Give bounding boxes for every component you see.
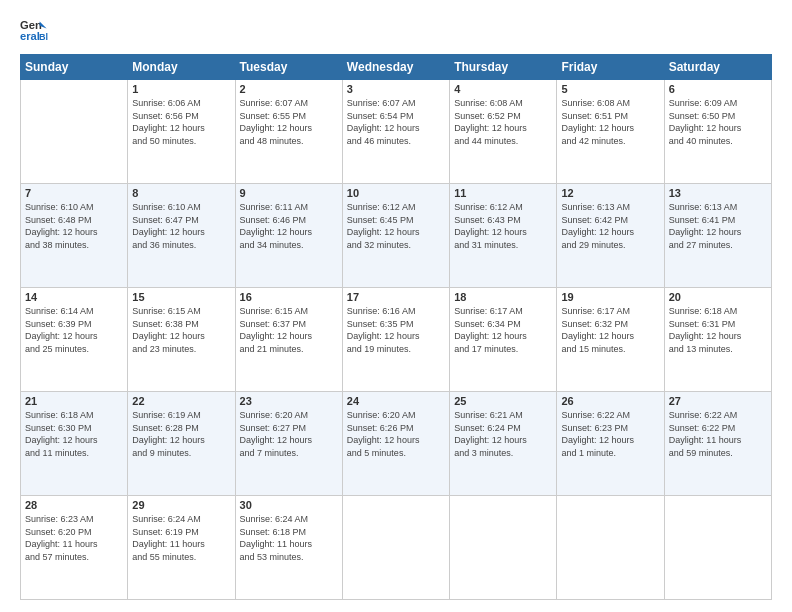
day-info: Sunrise: 6:17 AM Sunset: 6:32 PM Dayligh… [561,305,659,355]
calendar-cell: 6Sunrise: 6:09 AM Sunset: 6:50 PM Daylig… [664,80,771,184]
calendar-cell: 4Sunrise: 6:08 AM Sunset: 6:52 PM Daylig… [450,80,557,184]
day-info: Sunrise: 6:13 AM Sunset: 6:41 PM Dayligh… [669,201,767,251]
day-number: 13 [669,187,767,199]
calendar: SundayMondayTuesdayWednesdayThursdayFrid… [20,54,772,600]
day-number: 7 [25,187,123,199]
day-info: Sunrise: 6:10 AM Sunset: 6:48 PM Dayligh… [25,201,123,251]
day-info: Sunrise: 6:19 AM Sunset: 6:28 PM Dayligh… [132,409,230,459]
calendar-cell: 28Sunrise: 6:23 AM Sunset: 6:20 PM Dayli… [21,496,128,600]
day-info: Sunrise: 6:14 AM Sunset: 6:39 PM Dayligh… [25,305,123,355]
calendar-cell [342,496,449,600]
day-info: Sunrise: 6:24 AM Sunset: 6:18 PM Dayligh… [240,513,338,563]
calendar-cell: 14Sunrise: 6:14 AM Sunset: 6:39 PM Dayli… [21,288,128,392]
day-number: 10 [347,187,445,199]
calendar-cell: 27Sunrise: 6:22 AM Sunset: 6:22 PM Dayli… [664,392,771,496]
day-info: Sunrise: 6:09 AM Sunset: 6:50 PM Dayligh… [669,97,767,147]
day-info: Sunrise: 6:15 AM Sunset: 6:38 PM Dayligh… [132,305,230,355]
calendar-cell [21,80,128,184]
calendar-cell: 2Sunrise: 6:07 AM Sunset: 6:55 PM Daylig… [235,80,342,184]
calendar-cell: 11Sunrise: 6:12 AM Sunset: 6:43 PM Dayli… [450,184,557,288]
day-info: Sunrise: 6:20 AM Sunset: 6:27 PM Dayligh… [240,409,338,459]
calendar-cell: 26Sunrise: 6:22 AM Sunset: 6:23 PM Dayli… [557,392,664,496]
calendar-cell: 13Sunrise: 6:13 AM Sunset: 6:41 PM Dayli… [664,184,771,288]
day-number: 28 [25,499,123,511]
day-number: 22 [132,395,230,407]
day-info: Sunrise: 6:18 AM Sunset: 6:30 PM Dayligh… [25,409,123,459]
day-number: 25 [454,395,552,407]
calendar-cell: 24Sunrise: 6:20 AM Sunset: 6:26 PM Dayli… [342,392,449,496]
day-number: 30 [240,499,338,511]
weekday-header-saturday: Saturday [664,55,771,80]
day-number: 15 [132,291,230,303]
day-number: 20 [669,291,767,303]
calendar-cell: 10Sunrise: 6:12 AM Sunset: 6:45 PM Dayli… [342,184,449,288]
calendar-cell: 19Sunrise: 6:17 AM Sunset: 6:32 PM Dayli… [557,288,664,392]
calendar-cell: 12Sunrise: 6:13 AM Sunset: 6:42 PM Dayli… [557,184,664,288]
day-info: Sunrise: 6:15 AM Sunset: 6:37 PM Dayligh… [240,305,338,355]
svg-text:Gen: Gen [20,19,42,31]
calendar-week-5: 28Sunrise: 6:23 AM Sunset: 6:20 PM Dayli… [21,496,772,600]
calendar-cell: 16Sunrise: 6:15 AM Sunset: 6:37 PM Dayli… [235,288,342,392]
calendar-cell [664,496,771,600]
day-number: 21 [25,395,123,407]
day-number: 27 [669,395,767,407]
logo: Gen eral Blue [20,16,52,44]
day-info: Sunrise: 6:21 AM Sunset: 6:24 PM Dayligh… [454,409,552,459]
calendar-week-4: 21Sunrise: 6:18 AM Sunset: 6:30 PM Dayli… [21,392,772,496]
calendar-cell: 29Sunrise: 6:24 AM Sunset: 6:19 PM Dayli… [128,496,235,600]
day-info: Sunrise: 6:07 AM Sunset: 6:54 PM Dayligh… [347,97,445,147]
day-number: 11 [454,187,552,199]
day-info: Sunrise: 6:07 AM Sunset: 6:55 PM Dayligh… [240,97,338,147]
day-info: Sunrise: 6:22 AM Sunset: 6:22 PM Dayligh… [669,409,767,459]
weekday-header-thursday: Thursday [450,55,557,80]
day-info: Sunrise: 6:11 AM Sunset: 6:46 PM Dayligh… [240,201,338,251]
day-number: 9 [240,187,338,199]
day-number: 4 [454,83,552,95]
day-info: Sunrise: 6:20 AM Sunset: 6:26 PM Dayligh… [347,409,445,459]
day-info: Sunrise: 6:10 AM Sunset: 6:47 PM Dayligh… [132,201,230,251]
day-info: Sunrise: 6:24 AM Sunset: 6:19 PM Dayligh… [132,513,230,563]
day-info: Sunrise: 6:06 AM Sunset: 6:56 PM Dayligh… [132,97,230,147]
weekday-header-wednesday: Wednesday [342,55,449,80]
day-number: 14 [25,291,123,303]
day-info: Sunrise: 6:08 AM Sunset: 6:51 PM Dayligh… [561,97,659,147]
day-number: 5 [561,83,659,95]
day-number: 26 [561,395,659,407]
day-number: 2 [240,83,338,95]
day-number: 8 [132,187,230,199]
calendar-cell: 15Sunrise: 6:15 AM Sunset: 6:38 PM Dayli… [128,288,235,392]
day-info: Sunrise: 6:17 AM Sunset: 6:34 PM Dayligh… [454,305,552,355]
day-number: 12 [561,187,659,199]
day-info: Sunrise: 6:16 AM Sunset: 6:35 PM Dayligh… [347,305,445,355]
day-number: 6 [669,83,767,95]
calendar-cell: 21Sunrise: 6:18 AM Sunset: 6:30 PM Dayli… [21,392,128,496]
weekday-header-monday: Monday [128,55,235,80]
calendar-cell: 30Sunrise: 6:24 AM Sunset: 6:18 PM Dayli… [235,496,342,600]
header: Gen eral Blue [20,16,772,44]
day-number: 24 [347,395,445,407]
weekday-header-tuesday: Tuesday [235,55,342,80]
day-number: 29 [132,499,230,511]
calendar-cell [450,496,557,600]
calendar-cell [557,496,664,600]
day-number: 3 [347,83,445,95]
day-info: Sunrise: 6:23 AM Sunset: 6:20 PM Dayligh… [25,513,123,563]
day-info: Sunrise: 6:13 AM Sunset: 6:42 PM Dayligh… [561,201,659,251]
calendar-cell: 22Sunrise: 6:19 AM Sunset: 6:28 PM Dayli… [128,392,235,496]
calendar-week-2: 7Sunrise: 6:10 AM Sunset: 6:48 PM Daylig… [21,184,772,288]
weekday-header-friday: Friday [557,55,664,80]
logo-icon: Gen eral Blue [20,16,48,44]
calendar-cell: 7Sunrise: 6:10 AM Sunset: 6:48 PM Daylig… [21,184,128,288]
svg-text:eral: eral [20,30,40,42]
calendar-cell: 18Sunrise: 6:17 AM Sunset: 6:34 PM Dayli… [450,288,557,392]
day-info: Sunrise: 6:12 AM Sunset: 6:45 PM Dayligh… [347,201,445,251]
calendar-week-3: 14Sunrise: 6:14 AM Sunset: 6:39 PM Dayli… [21,288,772,392]
svg-text:Blue: Blue [39,32,48,42]
day-info: Sunrise: 6:12 AM Sunset: 6:43 PM Dayligh… [454,201,552,251]
day-number: 16 [240,291,338,303]
day-number: 23 [240,395,338,407]
day-info: Sunrise: 6:18 AM Sunset: 6:31 PM Dayligh… [669,305,767,355]
day-number: 18 [454,291,552,303]
day-info: Sunrise: 6:22 AM Sunset: 6:23 PM Dayligh… [561,409,659,459]
calendar-cell: 9Sunrise: 6:11 AM Sunset: 6:46 PM Daylig… [235,184,342,288]
